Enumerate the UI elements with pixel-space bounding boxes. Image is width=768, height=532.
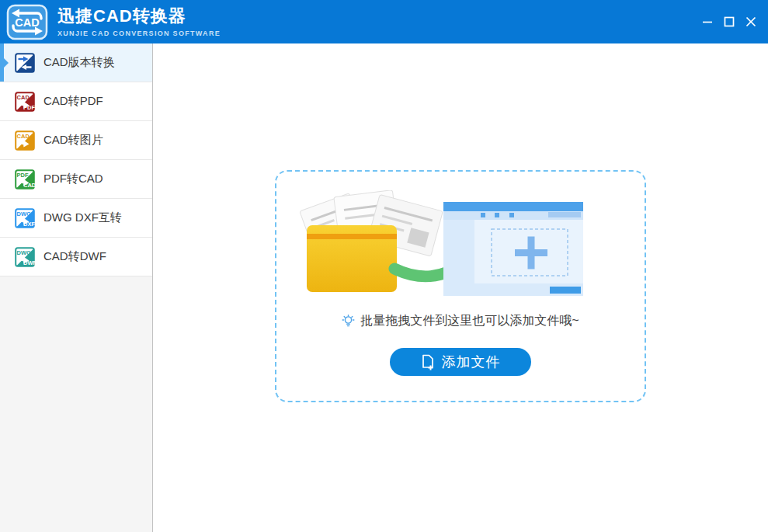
cad-to-pdf-icon: CAD PDF [15,92,35,112]
lightbulb-icon [342,315,355,328]
drop-files-illustration [294,190,627,297]
sidebar-item-dwg-dxf-convert[interactable]: DWG DXF DWG DXF互转 [0,199,152,238]
sidebar-item-label: CAD转PDF [43,94,103,109]
drop-hint-text: 批量拖拽文件到这里也可以添加文件哦~ [360,313,579,329]
app-subtitle: XUNJIE CAD CONVERSION SOFTWARE [57,30,221,37]
sidebar-item-label: CAD版本转换 [43,55,115,70]
add-file-icon [421,354,435,370]
sidebar: CAD版本转换 CAD PDF CAD转PDF CAD CAD转图片 PDF C… [0,43,153,532]
maximize-button[interactable] [718,10,740,33]
svg-text:DWG: DWG [17,210,31,217]
sidebar-item-cad-to-pdf[interactable]: CAD PDF CAD转PDF [0,82,152,121]
title-block: 迅捷CAD转换器 XUNJIE CAD CONVERSION SOFTWARE [57,6,221,37]
svg-text:CAD: CAD [17,132,30,139]
window-controls [697,0,762,43]
minimize-icon [702,16,713,27]
pdf-to-cad-icon: PDF CAD [15,169,35,190]
sidebar-item-cad-version-convert[interactable]: CAD版本转换 [0,43,152,82]
app-title: 迅捷CAD转换器 [57,6,221,26]
main-panel: 批量拖拽文件到这里也可以添加文件哦~ 添加文件 [153,43,768,532]
sidebar-item-label: DWG DXF互转 [43,210,122,225]
drop-hint: 批量拖拽文件到这里也可以添加文件哦~ [342,312,579,329]
svg-text:PDF: PDF [17,171,29,178]
dwg-dxf-convert-icon: DWG DXF [15,208,35,228]
file-dropzone[interactable]: 批量拖拽文件到这里也可以添加文件哦~ 添加文件 [275,170,646,402]
sidebar-item-cad-to-image[interactable]: CAD CAD转图片 [0,121,152,160]
close-icon [745,16,756,27]
add-files-button-label: 添加文件 [442,353,501,371]
svg-text:CAD: CAD [17,93,30,100]
sidebar-item-label: PDF转CAD [43,172,103,186]
sidebar-item-label: CAD转图片 [43,133,103,148]
cad-to-image-icon: CAD [15,130,35,151]
add-files-button[interactable]: 添加文件 [390,348,531,376]
svg-text:DWG: DWG [17,249,31,256]
cad-to-dwf-icon: DWG DWF [15,247,35,267]
maximize-icon [724,16,735,27]
cad-version-convert-icon [15,53,35,73]
close-button[interactable] [740,10,762,33]
sidebar-item-pdf-to-cad[interactable]: PDF CAD PDF转CAD [0,160,152,199]
sidebar-item-label: CAD转DWF [43,249,106,264]
app-logo-icon: CAD [6,4,48,40]
title-bar: CAD 迅捷CAD转换器 XUNJIE CAD CONVERSION SOFTW… [0,0,768,43]
minimize-button[interactable] [697,10,718,33]
svg-text:CAD: CAD [15,16,39,29]
sidebar-item-cad-to-dwf[interactable]: DWG DWF CAD转DWF [0,238,152,276]
